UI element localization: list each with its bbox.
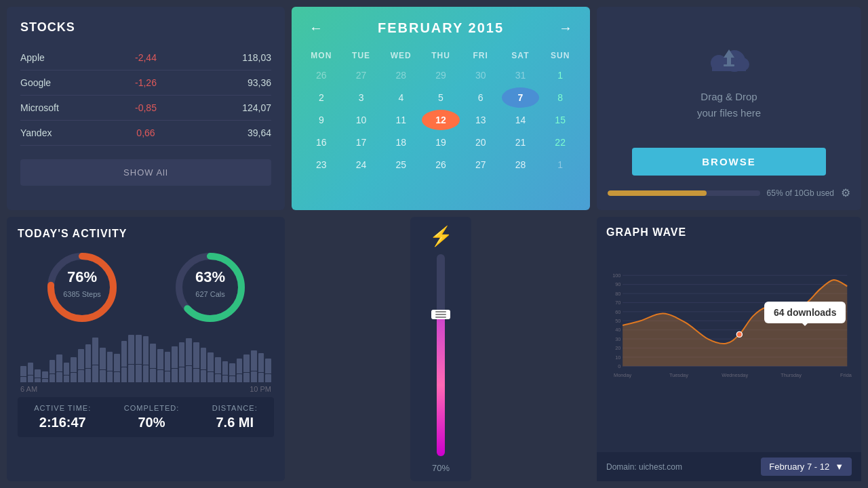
show-all-button[interactable]: SHOW All	[20, 159, 271, 186]
calendar-day[interactable]: 12	[422, 110, 460, 130]
calendar-day[interactable]: 6	[462, 87, 500, 108]
bar-segment	[107, 371, 113, 382]
stat-item: COMPLETED: 70%	[124, 404, 180, 430]
calendar-day[interactable]: 26	[422, 155, 460, 175]
calendar-day[interactable]: 28	[502, 155, 540, 175]
bar-column	[215, 335, 221, 382]
calendar-day[interactable]: 18	[382, 132, 420, 152]
calendar-next-button[interactable]: →	[552, 18, 579, 39]
activity-circle: 76% 6385 Steps	[41, 247, 123, 328]
bar-segment	[92, 365, 98, 382]
calendar-day[interactable]: 15	[541, 110, 579, 130]
calendar-day[interactable]: 27	[342, 65, 380, 85]
calendar-day[interactable]: 19	[422, 132, 460, 152]
calendar-day[interactable]: 8	[541, 87, 579, 108]
bar-column	[20, 335, 26, 382]
calendar-day[interactable]: 1	[541, 155, 579, 175]
bar-segment	[157, 370, 163, 382]
bar-segment	[20, 366, 26, 376]
cal-day-header: TUE	[342, 48, 380, 63]
graph-footer: Domain: uichest.com February 7 - 12 ▼	[597, 452, 861, 481]
bar-column	[201, 335, 207, 382]
bar-segment	[85, 369, 92, 382]
bar-column	[85, 335, 92, 382]
svg-text:Monday: Monday	[614, 372, 632, 378]
bar-segment	[92, 338, 98, 365]
calendar-day[interactable]: 24	[342, 155, 380, 175]
calendar-day[interactable]: 11	[382, 110, 420, 130]
calendar-day[interactable]: 2	[302, 87, 340, 108]
slider-handle[interactable]	[431, 310, 450, 319]
bar-segment	[237, 359, 243, 373]
browse-button[interactable]: BROWSE	[632, 148, 826, 176]
slider-track[interactable]	[437, 254, 445, 456]
calendar-day[interactable]: 7	[502, 87, 540, 108]
bar-column	[186, 335, 192, 382]
handle-line	[435, 317, 446, 318]
calendar-day[interactable]: 14	[502, 110, 540, 130]
bar-segment	[157, 349, 163, 369]
svg-text:76%: 76%	[66, 268, 96, 285]
stat-value: 7.6 MI	[212, 415, 258, 430]
calendar-day[interactable]: 5	[422, 87, 460, 108]
bar-column	[71, 335, 77, 382]
bar-column	[128, 335, 134, 382]
calendar-day[interactable]: 1	[541, 65, 579, 85]
stocks-title: STOCKS	[20, 20, 271, 35]
cal-day-header: THU	[422, 48, 460, 63]
slider-percentage: 70%	[432, 463, 450, 473]
storage-bar-fill	[608, 190, 707, 196]
bar-segment	[251, 371, 257, 382]
calendar-day[interactable]: 16	[302, 132, 340, 152]
date-range-button[interactable]: February 7 - 12 ▼	[761, 458, 852, 476]
bar-segment	[78, 370, 84, 382]
calendar-day[interactable]: 31	[502, 65, 540, 85]
stat-value: 2:16:47	[34, 415, 91, 430]
stat-label: ACTIVE TIME:	[34, 404, 91, 412]
calendar-day[interactable]: 26	[302, 65, 340, 85]
gear-icon[interactable]: ⚙	[841, 186, 850, 199]
calendar-day[interactable]: 20	[462, 132, 500, 152]
handle-line	[435, 311, 446, 312]
calendar-day[interactable]: 3	[342, 87, 380, 108]
bar-segment	[64, 363, 70, 375]
bar-segment	[56, 372, 62, 382]
calendar-day[interactable]: 10	[342, 110, 380, 130]
calendar-day[interactable]: 9	[302, 110, 340, 130]
calendar-day[interactable]: 4	[382, 87, 420, 108]
bar-segment	[208, 372, 214, 382]
calendar-day[interactable]: 30	[462, 65, 500, 85]
upload-text: Drag & Dropyour files here	[697, 89, 761, 121]
bar-segment	[28, 375, 34, 382]
stock-name: Apple	[20, 52, 104, 63]
calendar-day[interactable]: 28	[382, 65, 420, 85]
bar-segment	[107, 352, 113, 371]
calendar-day[interactable]: 27	[462, 155, 500, 175]
bar-column	[35, 335, 41, 382]
calendar-day[interactable]: 25	[382, 155, 420, 175]
calendar-day[interactable]: 22	[541, 132, 579, 152]
lightning-panel: ⚡ 70%	[410, 217, 471, 481]
calendar-day[interactable]: 17	[342, 132, 380, 152]
activity-circles: 76% 6385 Steps 63% 627 Cals	[18, 247, 274, 328]
time-start: 6 AM	[20, 385, 37, 393]
calendar-day[interactable]: 13	[462, 110, 500, 130]
bar-column	[28, 335, 34, 382]
bar-column	[265, 335, 271, 382]
calendar-day[interactable]: 29	[422, 65, 460, 85]
bar-segment	[208, 352, 214, 371]
storage-text: 65% of 10Gb used	[767, 188, 834, 198]
bar-segment	[85, 344, 92, 368]
bar-segment	[100, 348, 106, 369]
calendar-day[interactable]: 23	[302, 155, 340, 175]
stock-row: Microsoft -0,85 124,07	[20, 96, 271, 121]
stock-row: Yandex 0,66 39,64	[20, 121, 271, 146]
bar-segment	[165, 352, 171, 371]
stock-name: Yandex	[20, 127, 104, 138]
bar-column	[229, 335, 235, 382]
bar-segment	[121, 367, 127, 382]
bar-segment	[56, 354, 62, 371]
calendar-prev-button[interactable]: ←	[302, 18, 330, 39]
bar-column	[243, 335, 250, 382]
calendar-day[interactable]: 21	[502, 132, 540, 152]
